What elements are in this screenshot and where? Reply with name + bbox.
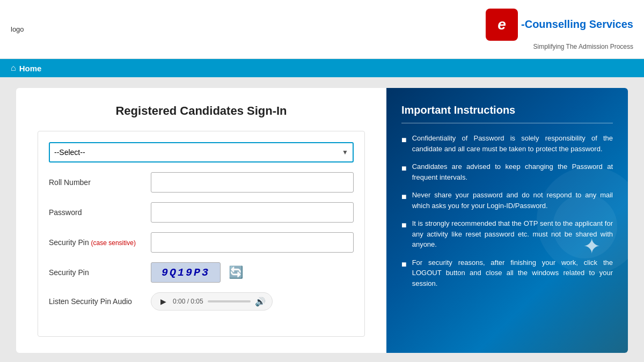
security-pin-input[interactable]: [151, 232, 354, 253]
bullet-icon-5: ■: [401, 258, 407, 289]
audio-time: 0:00 / 0:05: [173, 298, 203, 305]
security-pin-input-row: Security Pin (case sensitive): [49, 232, 354, 253]
audio-volume-icon[interactable]: 🔊: [255, 297, 266, 307]
home-icon: ⌂: [11, 63, 16, 73]
select-wrapper: --Select--Option 1Option 2 ▼: [49, 142, 354, 162]
brand-name: -Counselling Services: [521, 18, 633, 31]
captcha-row: Security Pin 9Q19P3 🔄: [49, 262, 354, 283]
password-row: Password: [49, 202, 354, 223]
bullet-icon-1: ■: [401, 134, 407, 154]
main-container: Registered Candidates Sign-In --Select--…: [0, 77, 644, 362]
home-link[interactable]: Home: [19, 64, 42, 73]
password-input[interactable]: [151, 202, 354, 223]
select-row: --Select--Option 1Option 2 ▼: [49, 142, 354, 162]
roll-number-row: Roll Number: [49, 172, 354, 193]
form-panel: Registered Candidates Sign-In --Select--…: [16, 88, 386, 353]
roll-number-input[interactable]: [151, 172, 354, 193]
captcha-display: 9Q19P3 🔄: [151, 262, 245, 283]
bullet-icon-2: ■: [401, 162, 407, 182]
brand-icon: e: [486, 9, 518, 41]
brand-section: e -Counselling Services Simplifying The …: [486, 9, 633, 50]
brand-box: e -Counselling Services: [486, 9, 633, 41]
instruction-item-5: ■ For security reasons, after finishing …: [401, 257, 613, 289]
brand-tagline: Simplifying The Admission Process: [533, 43, 633, 50]
logo-text: logo: [11, 25, 24, 33]
captcha-refresh-button[interactable]: 🔄: [226, 263, 245, 282]
instruction-item-1: ■ Confidentiality of Password is solely …: [401, 133, 613, 154]
instruction-item-3: ■ Never share your password and do not r…: [401, 190, 613, 211]
roll-number-label: Roll Number: [49, 178, 145, 187]
bullet-icon-4: ■: [401, 219, 407, 250]
captcha-image: 9Q19P3: [151, 262, 221, 283]
category-select[interactable]: --Select--Option 1Option 2: [49, 142, 354, 162]
audio-label: Listen Security Pin Audio: [49, 297, 145, 306]
play-button[interactable]: ▶: [158, 296, 169, 307]
audio-player: ▶ 0:00 / 0:05 🔊: [151, 292, 273, 311]
audio-row: Listen Security Pin Audio ▶ 0:00 / 0:05 …: [49, 292, 354, 311]
bullet-icon-3: ■: [401, 190, 407, 211]
security-pin-label: Security Pin (case sensitive): [49, 238, 145, 247]
form-inner: --Select--Option 1Option 2 ▼ Roll Number…: [38, 131, 365, 337]
instruction-item-4: ■ It is strongly recommended that the OT…: [401, 218, 613, 250]
navigation-bar: ⌂ Home: [0, 59, 644, 77]
captcha-label: Security Pin: [49, 268, 145, 277]
instructions-title: Important Instructions: [401, 104, 613, 116]
audio-progress-bar[interactable]: [208, 300, 251, 302]
form-title: Registered Candidates Sign-In: [38, 104, 365, 118]
page-header: logo e -Counselling Services Simplifying…: [0, 0, 644, 59]
case-note: (case sensitive): [91, 239, 136, 247]
password-label: Password: [49, 208, 145, 217]
instructions-panel: Important Instructions ■ Confidentiality…: [386, 88, 628, 353]
instruction-item-2: ■ Candidates are advised to keep changin…: [401, 161, 613, 182]
content-box: Registered Candidates Sign-In --Select--…: [16, 88, 628, 353]
instructions-divider: [401, 123, 613, 123]
